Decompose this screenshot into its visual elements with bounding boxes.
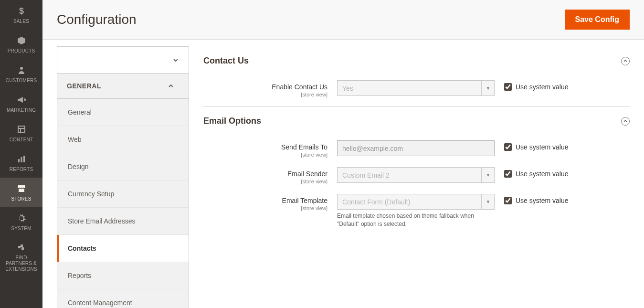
svg-text:$: $ (19, 6, 23, 16)
field-label-text: Send Emails To (281, 143, 327, 151)
field-label: Enable Contact Us [store view] (203, 80, 337, 97)
use-system-value-checkbox[interactable] (504, 170, 512, 178)
layout-icon (17, 124, 26, 135)
svg-rect-10 (21, 247, 24, 250)
megaphone-icon (17, 94, 26, 106)
field-label-text: Enable Contact Us (272, 83, 327, 91)
use-system-value-label: Use system value (516, 83, 568, 91)
field-scope: [store view] (203, 179, 327, 184)
fieldset-header[interactable]: Email Options (203, 111, 630, 131)
field-scope: [store view] (203, 92, 327, 97)
sidebar-item-label: MARKETING (7, 107, 36, 113)
store-icon (17, 183, 26, 194)
collapse-up-icon (621, 117, 630, 126)
chevron-down-icon (172, 57, 179, 64)
enable-contact-us-select[interactable]: Yes (337, 80, 495, 96)
field-label: Email Sender [store view] (203, 167, 337, 184)
main-area: Configuration Save Config GENERAL Genera… (42, 0, 644, 308)
config-nav-item-contacts[interactable]: Contacts (57, 235, 189, 262)
use-system-value-checkbox[interactable] (504, 197, 512, 204)
use-system-value-checkbox[interactable] (504, 83, 512, 91)
use-system-value-checkbox[interactable] (504, 143, 512, 151)
field-use-system: Use system value (504, 140, 568, 151)
field-email-template: Email Template [store view] Contact Form… (203, 194, 630, 228)
field-control: Yes ▼ (337, 80, 504, 96)
field-enable-contact-us: Enable Contact Us [store view] Yes ▼ (203, 80, 630, 97)
config-nav-item-design[interactable]: Design (57, 153, 189, 181)
config-form: Contact Us Enable Contact Us [store view… (189, 40, 644, 308)
sidebar-item-sales[interactable]: $ SALES (0, 0, 42, 30)
sidebar-item-label: SYSTEM (11, 226, 31, 232)
sidebar-item-label: REPORTS (10, 167, 33, 172)
config-nav-item-general[interactable]: General (57, 99, 189, 126)
field-use-system: Use system value (504, 167, 568, 178)
sidebar-item-system[interactable]: SYSTEM (0, 207, 42, 237)
sidebar-item-label: FIND PARTNERS & EXTENSIONS (2, 255, 41, 272)
field-send-emails-to: Send Emails To [store view] Use system v… (203, 140, 630, 158)
svg-rect-2 (18, 126, 25, 133)
sidebar-item-label: STORES (11, 196, 31, 202)
fieldset-contact-us: Contact Us Enable Contact Us [store view… (203, 51, 630, 106)
field-use-system: Use system value (504, 194, 568, 204)
use-system-value-label: Use system value (516, 197, 568, 204)
sidebar-item-label: SALES (13, 19, 29, 24)
fieldset-body: Send Emails To [store view] Use system v… (203, 131, 630, 237)
person-icon (17, 64, 26, 76)
config-nav-item-content-management[interactable]: Content Management (57, 289, 189, 308)
use-system-value-label: Use system value (516, 143, 568, 151)
dollar-icon: $ (17, 5, 26, 17)
sidebar-item-content[interactable]: CONTENT (0, 118, 42, 148)
sidebar-item-customers[interactable]: CUSTOMERS (0, 59, 42, 89)
sidebar-item-partners[interactable]: FIND PARTNERS & EXTENSIONS (0, 237, 42, 277)
scope-switcher[interactable] (57, 46, 189, 74)
config-nav: GENERAL General Web Design Currency Setu… (57, 46, 189, 308)
config-nav-item-store-email-addresses[interactable]: Store Email Addresses (57, 208, 189, 235)
svg-rect-6 (21, 157, 22, 162)
fieldset-email-options: Email Options Send Emails To [store view… (203, 111, 630, 237)
email-template-select[interactable]: Contact Form (Default) (337, 194, 495, 210)
partners-icon (17, 242, 26, 253)
field-use-system: Use system value (504, 80, 568, 91)
svg-rect-9 (21, 244, 23, 247)
email-sender-select[interactable]: Custom Email 2 (337, 167, 495, 183)
page-title: Configuration (57, 12, 137, 27)
svg-rect-5 (18, 159, 20, 162)
field-scope: [store view] (203, 152, 327, 158)
save-config-button[interactable]: Save Config (565, 10, 630, 30)
field-label: Email Template [store view] (203, 194, 337, 211)
fieldset-title: Email Options (203, 116, 261, 126)
box-icon (17, 35, 26, 46)
config-nav-item-reports[interactable]: Reports (57, 262, 189, 289)
field-label-text: Email Sender (287, 170, 327, 178)
sidebar-item-label: PRODUCTS (8, 48, 35, 54)
bars-icon (17, 153, 26, 165)
field-note: Email template chosen based on theme fal… (337, 212, 495, 228)
use-system-value-label: Use system value (516, 170, 568, 178)
collapse-up-icon (621, 57, 630, 65)
field-scope: [store view] (203, 205, 327, 211)
config-group-header[interactable]: GENERAL (57, 74, 189, 99)
config-group-label: GENERAL (67, 82, 101, 90)
gear-icon (17, 212, 26, 224)
send-emails-to-input[interactable] (337, 140, 495, 156)
sidebar-item-marketing[interactable]: MARKETING (0, 89, 42, 118)
config-nav-item-currency-setup[interactable]: Currency Setup (57, 181, 189, 208)
fieldset-body: Enable Contact Us [store view] Yes ▼ (203, 71, 630, 106)
fieldset-header[interactable]: Contact Us (203, 51, 630, 71)
field-control (337, 140, 504, 156)
svg-rect-8 (18, 246, 21, 248)
config-nav-item-web[interactable]: Web (57, 126, 189, 153)
fieldset-title: Contact Us (203, 56, 249, 66)
field-email-sender: Email Sender [store view] Custom Email 2… (203, 167, 630, 184)
field-control: Custom Email 2 ▼ (337, 167, 504, 183)
config-group-items: General Web Design Currency Setup Store … (57, 99, 189, 308)
chevron-up-icon (168, 83, 174, 89)
sidebar-item-products[interactable]: PRODUCTS (0, 30, 42, 59)
sidebar-item-stores[interactable]: STORES (0, 178, 42, 207)
svg-point-1 (20, 67, 23, 70)
sidebar-item-label: CONTENT (10, 137, 33, 143)
field-label: Send Emails To [store view] (203, 140, 337, 158)
svg-rect-7 (23, 156, 25, 162)
field-label-text: Email Template (282, 197, 327, 204)
sidebar-item-reports[interactable]: REPORTS (0, 148, 42, 178)
